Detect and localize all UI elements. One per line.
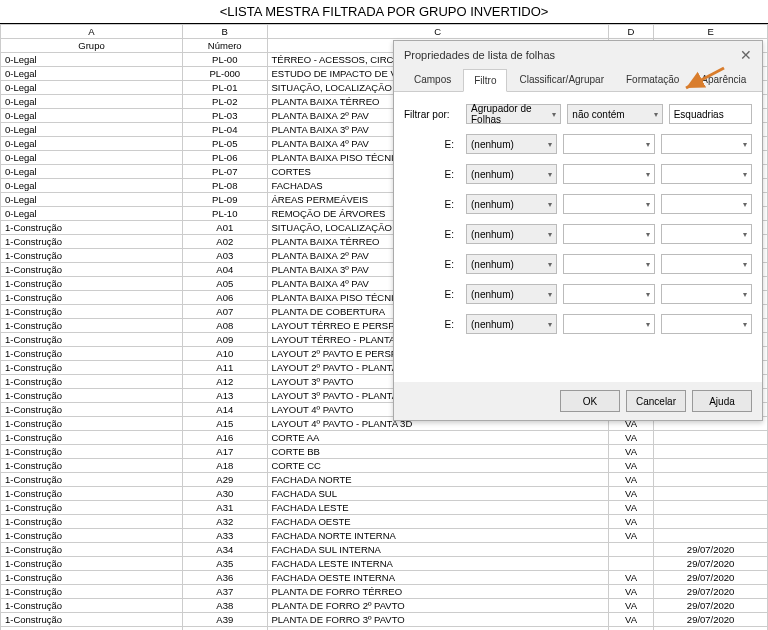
cell-numero[interactable]: PL-05 [183,137,268,151]
cell-grupo[interactable]: 1-Construção [1,445,183,459]
cell-numero[interactable]: A13 [183,389,268,403]
table-row[interactable]: 1-ConstruçãoA32FACHADA OESTEVA [1,515,768,529]
cell-numero[interactable]: A17 [183,445,268,459]
cell-numero[interactable]: PL-02 [183,95,268,109]
cell-numero[interactable]: A05 [183,277,268,291]
table-row[interactable]: 1-ConstruçãoA38PLANTA DE FORRO 2º PAVTOV… [1,599,768,613]
cell-revis[interactable]: VA [608,585,654,599]
cell-assunto[interactable]: PLANTA DE FORRO 3º PAVTO [267,613,608,627]
table-row[interactable]: 1-ConstruçãoA34FACHADA SUL INTERNA29/07/… [1,543,768,557]
cell-grupo[interactable]: 1-Construção [1,389,183,403]
cell-grupo[interactable]: 1-Construção [1,319,183,333]
cell-assunto[interactable]: FACHADA SUL [267,487,608,501]
cell-grupo[interactable]: 0-Legal [1,151,183,165]
cell-revis[interactable]: VA [608,473,654,487]
cell-assunto[interactable]: PLANTA DE FORRO 4º PAVTO [267,627,608,631]
filter-op-5[interactable] [563,224,654,244]
cell-date[interactable]: 29/07/2020 [654,627,768,631]
cell-revis[interactable]: VA [608,529,654,543]
cell-date[interactable] [654,431,768,445]
filter-value-1[interactable]: Esquadrias [669,104,752,124]
cell-grupo[interactable]: 1-Construção [1,361,183,375]
cell-date[interactable]: 29/07/2020 [654,557,768,571]
ok-button[interactable]: OK [560,390,620,412]
filter-field-8[interactable]: (nenhum) [466,314,557,334]
cell-revis[interactable]: VA [608,515,654,529]
cell-numero[interactable]: A07 [183,305,268,319]
cell-grupo[interactable]: 0-Legal [1,53,183,67]
cell-assunto[interactable]: FACHADA LESTE INTERNA [267,557,608,571]
cell-date[interactable]: 29/07/2020 [654,613,768,627]
cell-assunto[interactable]: FACHADA SUL INTERNA [267,543,608,557]
cell-numero[interactable]: PL-09 [183,193,268,207]
cell-grupo[interactable]: 0-Legal [1,165,183,179]
cell-numero[interactable]: PL-03 [183,109,268,123]
cell-numero[interactable]: A03 [183,249,268,263]
cell-numero[interactable]: PL-06 [183,151,268,165]
cell-numero[interactable]: A40 [183,627,268,631]
cell-revis[interactable]: VA [608,431,654,445]
cell-numero[interactable]: A33 [183,529,268,543]
cell-grupo[interactable]: 1-Construção [1,249,183,263]
cell-grupo[interactable]: 1-Construção [1,487,183,501]
tab-filtro[interactable]: Filtro [463,69,507,92]
filter-field-4[interactable]: (nenhum) [466,194,557,214]
cell-numero[interactable]: A37 [183,585,268,599]
cell-grupo[interactable]: 0-Legal [1,137,183,151]
filter-value-2[interactable] [661,134,752,154]
cell-date[interactable]: 29/07/2020 [654,543,768,557]
cell-numero[interactable]: A11 [183,361,268,375]
cell-grupo[interactable]: 1-Construção [1,473,183,487]
cell-date[interactable] [654,473,768,487]
cell-grupo[interactable]: 0-Legal [1,95,183,109]
filter-field-6[interactable]: (nenhum) [466,254,557,274]
cell-grupo[interactable]: 1-Construção [1,501,183,515]
filter-op-3[interactable] [563,164,654,184]
cell-numero[interactable]: PL-04 [183,123,268,137]
cell-assunto[interactable]: CORTE CC [267,459,608,473]
filter-field-5[interactable]: (nenhum) [466,224,557,244]
col-header-grupo[interactable]: Grupo [1,39,183,53]
cell-grupo[interactable]: 1-Construção [1,221,183,235]
cell-date[interactable] [654,529,768,543]
cancel-button[interactable]: Cancelar [626,390,686,412]
cell-numero[interactable]: A08 [183,319,268,333]
cell-grupo[interactable]: 1-Construção [1,417,183,431]
cell-grupo[interactable]: 1-Construção [1,431,183,445]
cell-assunto[interactable]: FACHADA OESTE INTERNA [267,571,608,585]
cell-revis[interactable]: VA [608,445,654,459]
cell-revis[interactable]: VA [608,627,654,631]
cell-numero[interactable]: A10 [183,347,268,361]
tab-aparencia[interactable]: Aparência [691,69,756,91]
cell-numero[interactable]: A32 [183,515,268,529]
cell-numero[interactable]: PL-07 [183,165,268,179]
cell-numero[interactable]: A34 [183,543,268,557]
filter-op-6[interactable] [563,254,654,274]
filter-value-3[interactable] [661,164,752,184]
table-row[interactable]: 1-ConstruçãoA17CORTE BBVA [1,445,768,459]
filter-field-7[interactable]: (nenhum) [466,284,557,304]
cell-numero[interactable]: A29 [183,473,268,487]
cell-grupo[interactable]: 0-Legal [1,193,183,207]
cell-revis[interactable]: VA [608,501,654,515]
cell-numero[interactable]: PL-08 [183,179,268,193]
cell-grupo[interactable]: 1-Construção [1,529,183,543]
cell-grupo[interactable]: 0-Legal [1,109,183,123]
filter-value-4[interactable] [661,194,752,214]
cell-date[interactable] [654,515,768,529]
cell-numero[interactable]: A31 [183,501,268,515]
cell-revis[interactable]: VA [608,459,654,473]
cell-grupo[interactable]: 1-Construção [1,599,183,613]
cell-grupo[interactable]: 0-Legal [1,179,183,193]
cell-grupo[interactable]: 1-Construção [1,557,183,571]
cell-revis[interactable] [608,557,654,571]
cell-numero[interactable]: A04 [183,263,268,277]
cell-date[interactable] [654,445,768,459]
cell-assunto[interactable]: FACHADA NORTE [267,473,608,487]
filter-value-6[interactable] [661,254,752,274]
cell-numero[interactable]: A15 [183,417,268,431]
table-row[interactable]: 1-ConstruçãoA33FACHADA NORTE INTERNAVA [1,529,768,543]
cell-numero[interactable]: A02 [183,235,268,249]
cell-numero[interactable]: A18 [183,459,268,473]
cell-grupo[interactable]: 1-Construção [1,291,183,305]
